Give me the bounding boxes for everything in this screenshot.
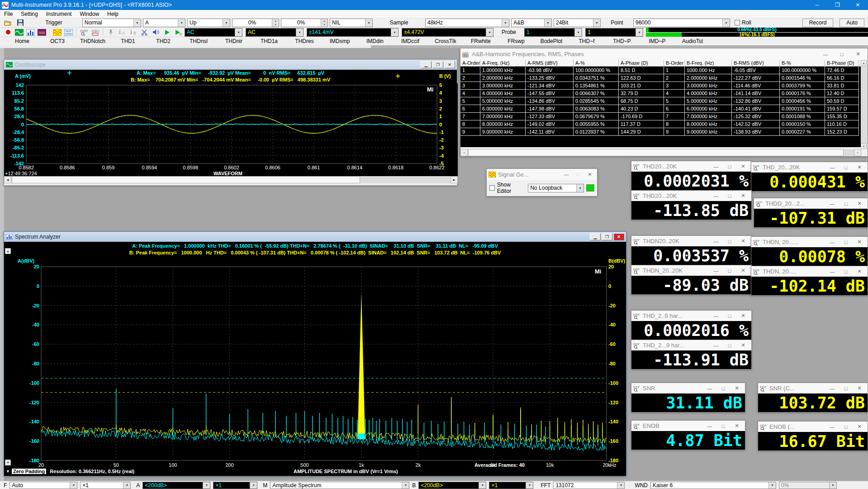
tab-crosstlk[interactable]: CrossTlk [428,38,463,44]
close-button[interactable]: ✕ [853,238,866,247]
minimize-button[interactable]: ▁ [590,233,601,240]
table-row[interactable]: 88.000000 kHz-149.02 dBV0.0055955 %117.3… [460,120,868,128]
close-button[interactable]: ✕ [613,233,624,240]
oscilloscope-plot[interactable]: 142113.685.256.828.40-28.4-56.8-85.2-113… [4,83,458,176]
spectrum-analyzer-icon[interactable] [25,28,36,36]
tab-imddin[interactable]: IMDdin [357,38,393,44]
minimize-button[interactable]: — [826,199,839,208]
minimize-button[interactable]: — [710,266,722,275]
microphone-icon[interactable] [105,28,116,36]
spectrum-plot[interactable]: 200-20-40-60-80-100-120-140-160-180200-2… [4,257,626,467]
show-editor-checkbox[interactable] [489,185,495,191]
fft-mode-badge[interactable]: Zero Padding [12,469,46,474]
table-row[interactable]: 99.000000 kHz-142.11 dBV0.0123937 %144.2… [460,128,868,136]
b-range-combo[interactable]: <200dB>▼ [418,482,486,489]
footer-expand-icon[interactable]: ▼ [4,469,12,474]
maximize-button[interactable]: □ [717,384,730,393]
freq-axis-combo[interactable]: Auto▼ [9,482,77,489]
open-file-icon[interactable] [3,19,13,27]
trigger-level-spinner[interactable]: 0%▲▼ [232,19,279,27]
ddp-meter-titlebar[interactable]: DDPTHDD_20...2...—□✕ [754,198,868,209]
tab-thd2[interactable]: THD2 [146,38,181,44]
probe-a-icon[interactable]: A [117,28,127,36]
minimize-button[interactable]: — [818,50,833,59]
tab-frwhite[interactable]: FRwhite [463,38,498,44]
oscilloscope-icon[interactable] [14,28,24,36]
maximize-button[interactable]: □ [834,50,849,59]
sample-rate-combo[interactable]: 48kHz▼ [425,19,509,27]
minimize-button[interactable]: — [826,163,839,172]
ddp-meter-titlebar[interactable]: DDPTHDN, 20.....—□✕ [751,266,868,277]
close-button[interactable]: ✕ [584,170,595,179]
maximize-button[interactable]: □ [840,267,852,276]
play-icon[interactable] [162,28,172,36]
auto-button[interactable]: Auto [840,19,864,27]
tab-imd~p[interactable]: IMD~P [640,38,675,44]
maximize-button[interactable]: □ [717,422,730,431]
maximize-button[interactable]: □ [723,266,736,275]
ddp-meter-titlebar[interactable]: DDPTHD_2..9 har...—□✕ [631,311,751,321]
tab-thdnsl[interactable]: THDnsl [181,38,216,44]
minimize-button[interactable]: — [710,237,722,246]
minimize-button[interactable]: — [710,192,722,201]
ddp-meter-titlebar[interactable]: DDPTHD_2...9 har...—□✕ [631,340,751,350]
close-button[interactable]: ✕ [730,384,743,393]
fft-size-combo[interactable]: 131072▼ [553,482,625,489]
close-button[interactable]: ✕ [737,162,749,171]
close-button[interactable]: ✕ [850,50,866,59]
ddp-meter-titlebar[interactable]: DDPENOB (...—□✕ [758,422,868,432]
tab-thdres[interactable]: THDres [287,38,322,44]
close-button[interactable]: ✕ [737,341,749,350]
tab-thd1a[interactable]: THD1a [251,38,287,44]
tab-imdccif[interactable]: IMDccif [393,38,428,44]
oscilloscope-hscrollbar[interactable]: ◄ ► [4,176,458,183]
ddp-meter-titlebar[interactable]: DDPTHD20...20K—□✕ [631,161,751,172]
close-button[interactable]: ✕ [853,384,866,393]
minimize-button[interactable]: — [703,422,716,431]
coupling-b-combo[interactable]: AC▼ [246,28,304,37]
restore-button[interactable]: ❐ [602,233,612,240]
a-mult-combo[interactable]: ×1▼ [213,482,257,489]
oscilloscope-titlebar[interactable]: Oscilloscope ▁ ❐ ✕ [4,60,457,70]
loopback-combo[interactable]: No Loopback▼ [528,184,584,192]
speaker-icon[interactable] [151,28,161,36]
table-row[interactable]: 55.000000 kHz-134.86 dBV0.0285545 %68.75… [460,97,868,105]
minimize-button[interactable]: — [710,312,722,321]
menu-item-setting[interactable]: Setting [17,10,42,18]
table-row[interactable]: 11.000000 kHz-63.98 dBV100.0000000 %8.51… [460,67,868,74]
menu-item-help[interactable]: Help [103,10,123,18]
maximize-button[interactable]: □ [840,422,852,431]
minimize-button[interactable]: ▁ [421,61,432,68]
close-button[interactable]: ✕ [853,163,866,172]
a-range-combo[interactable]: <200dB>▼ [142,482,210,489]
maximize-button[interactable]: □ [723,237,736,246]
ddp-meter-titlebar[interactable]: DDPSNR (C...—□✕ [758,383,868,393]
close-button[interactable]: ✕ [737,266,749,275]
trigger-edge-combo[interactable]: Up▼ [187,19,230,27]
table-row[interactable]: 22.000000 kHz-133.25 dBV0.0343751 %122.6… [460,74,868,82]
tab-thd~f[interactable]: THD~f [569,38,604,44]
record-dot-icon[interactable] [3,28,13,36]
scissors-icon[interactable] [139,28,150,36]
ddp-meter-titlebar[interactable]: DDPSNR—□✕ [631,383,745,393]
freq-mult-combo[interactable]: ×1▼ [80,482,131,489]
harmonics-table-titlebar[interactable]: DDP A&B-Harmonic Frequencies, RMS, Phase… [460,48,868,60]
probe-b-combo[interactable]: 1▼ [585,28,643,37]
minimize-button[interactable]: — [826,384,839,393]
tab-audiotst[interactable]: AudioTst [675,38,710,44]
maximize-button[interactable]: □ [723,192,736,201]
close-button[interactable]: ✕ [737,192,749,201]
roll-toggle[interactable]: Roll [735,19,751,26]
titlebar[interactable]: Multi-Instrument Pro 3.9.16.1 - [+UDP+DH… [0,0,868,10]
multimeter-icon[interactable]: 000 [37,28,47,36]
marker-b-icon[interactable]: ✛ [396,73,400,79]
close-button[interactable]: ✕ [737,237,749,246]
ddp-meter-titlebar[interactable]: DDPTHDN, 20......—□✕ [751,237,868,247]
tab-thdnir[interactable]: THDnir [216,38,251,44]
b-mult-combo[interactable]: ×1▼ [489,482,533,489]
spectrum-vscrollbar[interactable]: ▲▼ [5,248,11,465]
probe-b-icon[interactable]: B [128,28,138,36]
hpf-combo[interactable]: NIL▼ [330,19,373,27]
ddp-meter-titlebar[interactable]: DDPTHD20...20K—□✕ [631,191,751,201]
trigger-delay-spinner[interactable]: 0%▲▼ [281,19,328,27]
